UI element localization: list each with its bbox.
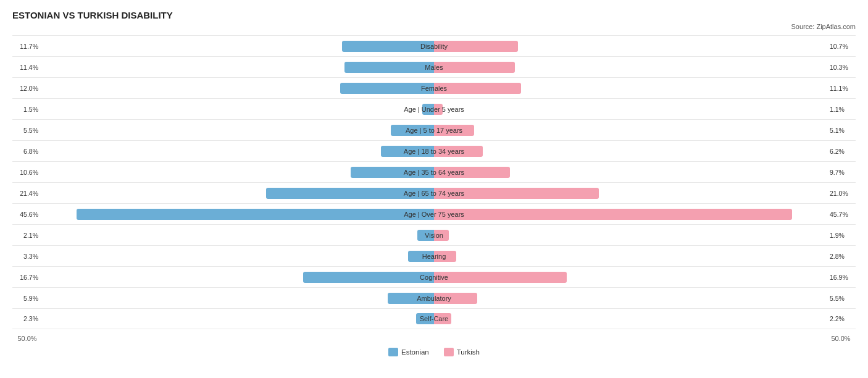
legend-estonian: Estonian [388, 348, 429, 356]
bars-container: Hearing [42, 249, 826, 264]
turkish-bar [434, 104, 443, 115]
legend-turkish: Turkish [444, 348, 480, 356]
bars-container: Age | Under 5 years [42, 102, 826, 117]
bar-row: 10.6%Age | 35 to 64 years9.7% [12, 161, 856, 182]
left-value: 1.5% [12, 106, 42, 113]
left-value: 10.6% [12, 169, 42, 176]
turkish-bar [434, 230, 449, 241]
turkish-bar [434, 62, 515, 73]
bar-row: 11.4%Males10.3% [12, 56, 856, 77]
left-value: 12.0% [12, 85, 42, 92]
bars-container: Age | 65 to 74 years [42, 186, 826, 201]
turkish-bar [434, 188, 599, 199]
turkish-bar [434, 83, 521, 94]
left-value: 16.7% [12, 274, 42, 281]
left-value: 45.6% [12, 211, 42, 218]
bars-container: Ambulatory [42, 291, 826, 306]
right-value: 16.9% [826, 274, 856, 281]
right-value: 11.1% [826, 85, 856, 92]
turkish-bar [434, 125, 474, 136]
source-label: Source: ZipAtlas.com [12, 23, 856, 30]
chart-area: 11.7%Disability10.7%11.4%Males10.3%12.0%… [12, 35, 856, 329]
bars-container: Cognitive [42, 270, 826, 285]
estonian-bar [388, 293, 434, 304]
estonian-bar [344, 62, 434, 73]
bar-row: 2.1%Vision1.9% [12, 224, 856, 245]
left-value: 11.7% [12, 43, 42, 50]
left-value: 11.4% [12, 64, 42, 71]
estonian-bar [381, 146, 434, 157]
right-value: 6.2% [826, 148, 856, 155]
turkish-bar [434, 293, 477, 304]
estonian-color-swatch [388, 348, 398, 356]
right-value: 45.7% [826, 211, 856, 218]
bar-row: 16.7%Cognitive16.9% [12, 266, 856, 287]
bars-container: Age | Over 75 years [42, 207, 826, 222]
right-value: 2.2% [826, 315, 856, 322]
bar-row: 2.3%Self-Care2.2% [12, 308, 856, 329]
estonian-label: Estonian [401, 348, 429, 356]
left-value: 5.9% [12, 295, 42, 302]
estonian-bar [340, 83, 434, 94]
left-value: 2.1% [12, 232, 42, 239]
bar-row: 1.5%Age | Under 5 years1.1% [12, 98, 856, 119]
right-value: 1.1% [826, 106, 856, 113]
bars-container: Females [42, 81, 826, 96]
left-value: 6.8% [12, 148, 42, 155]
right-value: 5.5% [826, 295, 856, 302]
bar-row: 6.8%Age | 18 to 34 years6.2% [12, 140, 856, 161]
turkish-label: Turkish [457, 348, 480, 356]
right-value: 1.9% [826, 232, 856, 239]
left-value: 2.3% [12, 315, 42, 322]
left-value: 21.4% [12, 190, 42, 197]
right-value: 21.0% [826, 190, 856, 197]
turkish-bar [434, 209, 792, 220]
left-value: 5.5% [12, 127, 42, 134]
bars-container: Males [42, 60, 826, 75]
bars-container: Vision [42, 228, 826, 243]
turkish-color-swatch [444, 348, 454, 356]
bar-row: 5.5%Age | 5 to 17 years5.1% [12, 119, 856, 140]
estonian-bar [391, 125, 434, 136]
turkish-bar [434, 146, 483, 157]
bar-row: 45.6%Age | Over 75 years45.7% [12, 203, 856, 224]
estonian-bar [422, 104, 434, 115]
right-value: 5.1% [826, 127, 856, 134]
right-value: 10.7% [826, 43, 856, 50]
bars-container: Age | 35 to 64 years [42, 165, 826, 180]
estonian-bar [416, 313, 434, 324]
axis-right: 50.0% [826, 335, 856, 342]
bars-container: Self-Care [42, 311, 826, 326]
bars-container: Age | 18 to 34 years [42, 144, 826, 159]
estonian-bar [351, 167, 434, 178]
legend: Estonian Turkish [12, 348, 856, 356]
bar-row: 11.7%Disability10.7% [12, 35, 856, 56]
turkish-bar [434, 167, 510, 178]
chart-title: ESTONIAN VS TURKISH DISABILITY [12, 10, 856, 20]
bar-row: 3.3%Hearing2.8% [12, 245, 856, 266]
bar-row: 5.9%Ambulatory5.5% [12, 287, 856, 308]
estonian-bar [266, 188, 434, 199]
turkish-bar [434, 251, 456, 262]
bar-row: 21.4%Age | 65 to 74 years21.0% [12, 182, 856, 203]
turkish-bar [434, 313, 451, 324]
estonian-bar [77, 209, 434, 220]
bars-container: Age | 5 to 17 years [42, 123, 826, 138]
right-value: 9.7% [826, 169, 856, 176]
axis-row: 50.0% 50.0% [12, 332, 856, 345]
estonian-bar [342, 41, 434, 52]
estonian-bar [303, 272, 434, 283]
right-value: 2.8% [826, 253, 856, 260]
estonian-bar [417, 230, 434, 241]
right-value: 10.3% [826, 64, 856, 71]
turkish-bar [434, 272, 567, 283]
turkish-bar [434, 41, 518, 52]
left-value: 3.3% [12, 253, 42, 260]
estonian-bar [408, 251, 434, 262]
axis-left: 50.0% [12, 335, 42, 342]
bars-container: Disability [42, 39, 826, 54]
bar-row: 12.0%Females11.1% [12, 77, 856, 98]
